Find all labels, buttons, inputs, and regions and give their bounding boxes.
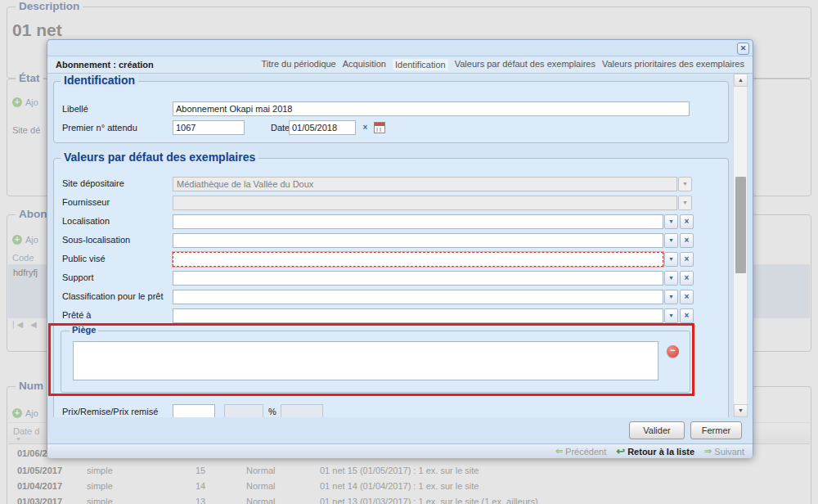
chevron-down-icon: ▼ — [678, 177, 692, 191]
field-row-classification: Classification pour le prêt ▼ × — [54, 290, 728, 304]
support-combo[interactable] — [173, 271, 663, 286]
nav-acquisition[interactable]: Acquisition — [343, 59, 386, 70]
window-titlebar: ✕ — [47, 40, 753, 56]
scroll-down-icon[interactable]: ▼ — [734, 404, 748, 417]
chevron-down-icon: ▼ — [678, 196, 692, 210]
valider-button[interactable]: Valider — [629, 421, 685, 439]
field-row-sous-localisation: Sous-localisation ▼ × — [54, 233, 728, 248]
next-arrow-icon: ⇒ — [704, 446, 712, 457]
date-label: Date — [271, 123, 290, 133]
site-depositaire-combo: Médiathèque de la Vallée du Doux — [173, 177, 677, 191]
combo-rows: Site dépositaire Médiathèque de la Vallé… — [54, 177, 728, 327]
premier-numero-label: Premier n° attendu — [62, 123, 137, 133]
clear-icon[interactable]: × — [680, 271, 694, 286]
clear-icon[interactable]: × — [680, 233, 694, 248]
prix-row: Prix/Remise/Prix remisé % — [54, 404, 728, 417]
remove-icon[interactable]: − — [667, 345, 679, 358]
dialog-body: Identification Libellé Premier n° attend… — [47, 74, 753, 417]
piege-textarea[interactable] — [73, 341, 658, 380]
identification-fieldset: Identification Libellé Premier n° attend… — [53, 81, 729, 143]
return-arrow-icon: ↩ — [616, 445, 625, 457]
localisation-combo[interactable] — [173, 214, 663, 229]
prete-a-combo[interactable] — [173, 308, 663, 323]
dialog-header: Abonnement : création Titre du périodiqu… — [47, 56, 753, 74]
suivant-link: ⇒ Suivant — [704, 446, 744, 457]
dialog-footer: ⇐ Précédent ↩ Retour à la liste ⇒ Suivan… — [47, 443, 753, 458]
chevron-down-icon[interactable]: ▼ — [664, 233, 678, 248]
prix-label: Prix/Remise/Prix remisé — [62, 407, 158, 416]
clear-icon[interactable]: × — [680, 290, 694, 304]
field-row-public-vise: Public visé ▼ × — [54, 252, 728, 267]
clear-icon[interactable]: × — [680, 214, 694, 229]
identification-legend: Identification — [61, 74, 138, 87]
chevron-down-icon[interactable]: ▼ — [664, 271, 678, 286]
calendar-icon[interactable] — [374, 122, 385, 133]
chevron-down-icon[interactable]: ▼ — [664, 214, 678, 229]
field-row-localisation: Localisation ▼ × — [54, 214, 728, 229]
premier-numero-input[interactable] — [173, 120, 245, 135]
default-values-legend: Valeurs par défaut des exemplaires — [61, 151, 258, 164]
scrollbar-thumb[interactable] — [735, 177, 746, 273]
default-values-fieldset: Valeurs par défaut des exemplaires Site … — [53, 158, 729, 417]
section-nav: Titre du périodique Acquisition Identifi… — [261, 59, 744, 70]
field-row-support: Support ▼ × — [54, 271, 728, 286]
prix-input[interactable] — [173, 404, 215, 417]
field-row-prete-a: Prêté à ▼ × — [54, 308, 728, 323]
prev-arrow-icon: ⇐ — [555, 446, 563, 457]
field-row-site-depositaire: Site dépositaire Médiathèque de la Vallé… — [54, 177, 728, 191]
close-icon[interactable]: ✕ — [737, 43, 749, 55]
public-vise-combo-invalid[interactable] — [173, 252, 663, 267]
fournisseur-combo — [173, 196, 677, 210]
nav-identification[interactable]: Identification — [393, 59, 448, 70]
libelle-label: Libellé — [62, 104, 88, 114]
remise-input[interactable] — [224, 404, 263, 417]
prix-remise-input[interactable] — [281, 404, 323, 417]
piege-legend: Piège — [70, 325, 98, 335]
nav-valeurs-prioritaires[interactable]: Valeurs prioritaires des exemplaires — [602, 59, 744, 70]
fermer-button[interactable]: Fermer — [690, 421, 742, 439]
field-row-fournisseur: Fournisseur ▼ — [54, 196, 728, 210]
date-input[interactable] — [289, 120, 356, 135]
nav-valeurs-defaut[interactable]: Valeurs par défaut des exemplaires — [455, 59, 596, 70]
percent-label: % — [268, 407, 276, 416]
precedent-link: ⇐ Précédent — [555, 446, 606, 457]
date-clear-icon[interactable]: × — [360, 122, 371, 133]
chevron-down-icon[interactable]: ▼ — [664, 308, 678, 323]
nav-titre-periodique[interactable]: Titre du périodique — [261, 59, 335, 70]
retour-liste-link[interactable]: ↩ Retour à la liste — [616, 445, 694, 457]
subscription-creation-dialog: ✕ Abonnement : création Titre du périodi… — [47, 39, 753, 457]
dialog-title: Abonnement : création — [56, 60, 154, 70]
clear-icon[interactable]: × — [680, 308, 694, 323]
vertical-scrollbar[interactable]: ▲ ▼ — [733, 74, 747, 417]
scroll-up-icon[interactable]: ▲ — [734, 74, 748, 87]
sous-localisation-combo[interactable] — [173, 233, 663, 248]
libelle-input[interactable] — [173, 101, 690, 116]
piege-fieldset: Piège − — [61, 331, 690, 393]
clear-icon[interactable]: × — [680, 252, 694, 267]
dialog-button-bar: Valider Fermer — [47, 417, 753, 443]
chevron-down-icon[interactable]: ▼ — [664, 252, 678, 267]
chevron-down-icon[interactable]: ▼ — [664, 290, 678, 304]
classification-combo[interactable] — [173, 290, 663, 304]
